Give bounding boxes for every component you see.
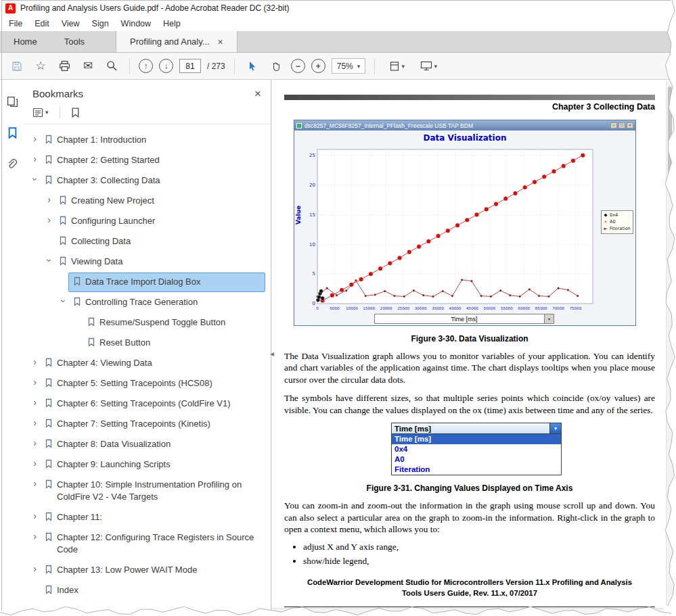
email-button[interactable]: ✉ (79, 57, 97, 76)
zoom-out-button[interactable]: − (291, 59, 305, 73)
panel-close-icon[interactable]: × (254, 88, 261, 99)
bookmark-item[interactable]: ›Viewing Data (26, 252, 265, 272)
bookmark-item[interactable]: ›Chapter 3: Collecting Data (26, 171, 265, 191)
bookmark-item[interactable]: ›Chapter 10: Simple Instrumentation Prof… (26, 475, 265, 507)
hand-tool-button[interactable] (267, 57, 285, 76)
bookmark-item[interactable]: ›Chapter 9: Launching Scripts (26, 455, 265, 475)
chevron-collapsed-icon[interactable]: › (44, 195, 54, 204)
read-mode-dropdown[interactable]: ▾ (415, 57, 441, 76)
previous-page-button[interactable]: ↑ (139, 59, 153, 73)
favorite-star-button[interactable]: ☆ (32, 57, 49, 76)
chevron-collapsed-icon[interactable]: › (30, 458, 40, 468)
chevron-collapsed-icon[interactable]: › (30, 564, 40, 573)
bookmark-label-wrap[interactable]: Chapter 4: Viewing Data (40, 354, 157, 373)
bookmark-label: Chapter 1: Introduction (57, 134, 146, 146)
bookmark-label-wrap[interactable]: Controlling Trace Generation (68, 293, 202, 312)
menu-window[interactable]: Window (115, 18, 157, 30)
bookmark-item[interactable]: ›Chapter 2: Getting Started (26, 151, 265, 170)
menu-edit[interactable]: Edit (28, 18, 55, 30)
zoom-level-dropdown[interactable]: 75% ▾ (332, 58, 366, 74)
next-page-button[interactable]: ↓ (159, 59, 173, 73)
bookmark-label-wrap[interactable]: Chapter 10: Simple Instrumentation Profi… (40, 475, 265, 507)
bookmark-item[interactable]: Data Trace Import Dialog Box (26, 273, 265, 292)
bookmark-label-wrap[interactable]: Chapter 8: Data Visualization (40, 435, 175, 454)
chevron-expanded-icon[interactable]: › (30, 174, 40, 185)
bookmark-item[interactable]: Index (26, 581, 265, 600)
bookmark-label-wrap[interactable]: Chapter 11: (40, 508, 107, 527)
tab-close-icon[interactable]: × (218, 37, 223, 47)
chevron-collapsed-icon[interactable]: › (30, 418, 40, 427)
bookmark-label: Chapter 12: Configuring Trace Registers … (57, 531, 261, 556)
page-number-input[interactable] (179, 59, 201, 73)
horizontal-scrollbar[interactable] (272, 608, 664, 615)
bookmark-label-wrap[interactable]: Resume/Suspend Toggle Button (83, 313, 230, 333)
chevron-collapsed-icon[interactable]: › (30, 438, 40, 448)
bookmark-item[interactable]: ›Chapter 8: Data Visualization (26, 435, 265, 454)
save-button[interactable] (8, 57, 26, 76)
bookmarks-panel-button[interactable] (5, 126, 19, 139)
bookmark-label-wrap[interactable]: Creating New Project (54, 191, 159, 211)
bookmark-label-wrap[interactable]: Chapter 6: Setting Tracepoints (ColdFire… (40, 394, 235, 414)
bookmark-label-selected[interactable]: Data Trace Import Dialog Box (68, 273, 265, 292)
bookmark-label-wrap[interactable]: Index (40, 581, 83, 600)
chevron-collapsed-icon[interactable]: › (30, 377, 40, 387)
bookmark-item[interactable]: ›Chapter 4: Viewing Data (26, 354, 265, 373)
chevron-collapsed-icon[interactable]: › (30, 479, 40, 488)
scrollbar-thumb[interactable] (668, 87, 672, 178)
panel-collapse-handle[interactable]: ◂ (268, 343, 276, 364)
chevron-expanded-icon[interactable]: › (59, 296, 68, 306)
chevron-collapsed-icon[interactable]: › (30, 154, 40, 164)
bookmark-item[interactable]: ›Chapter 13: Low Power WAIT Mode (26, 561, 265, 580)
tab-document[interactable]: Profiling and Analy... × (116, 31, 238, 52)
bookmark-item[interactable]: ›Controlling Trace Generation (26, 293, 265, 312)
bookmark-label-wrap[interactable]: Chapter 5: Setting Tracepoints (HCS08) (40, 374, 217, 394)
bookmark-label-wrap[interactable]: Chapter 3: Collecting Data (40, 171, 164, 191)
bookmark-label-wrap[interactable]: Chapter 13: Low Power WAIT Mode (40, 561, 202, 580)
bookmark-item[interactable]: Reset Button (26, 333, 265, 353)
bookmark-item[interactable]: ›Chapter 1: Introduction (26, 131, 265, 150)
bookmark-label-wrap[interactable]: Chapter 1: Introduction (40, 131, 151, 150)
bookmark-item[interactable]: ›Chapter 6: Setting Tracepoints (ColdFir… (26, 394, 265, 414)
expand-current-bookmark-button[interactable] (71, 108, 80, 118)
bookmark-item[interactable]: Resume/Suspend Toggle Button (26, 313, 265, 333)
bookmark-item[interactable]: ›Chapter 7: Setting Tracepoints (Kinetis… (26, 414, 265, 434)
bookmark-label-wrap[interactable]: Chapter 9: Launching Scripts (40, 455, 175, 475)
menu-view[interactable]: View (55, 18, 86, 30)
bookmark-label-wrap[interactable]: Chapter 2: Getting Started (40, 151, 164, 170)
menu-help[interactable]: Help (157, 18, 187, 30)
menu-sign[interactable]: Sign (86, 18, 115, 30)
bookmark-item[interactable]: ›Chapter 5: Setting Tracepoints (HCS08) (26, 374, 265, 394)
menu-file[interactable]: File (3, 18, 28, 30)
search-button[interactable] (103, 57, 120, 76)
bookmark-label-wrap[interactable]: Collecting Data (54, 232, 135, 252)
chevron-expanded-icon[interactable]: › (45, 256, 54, 266)
minimize-icon: – (610, 122, 617, 128)
bookmark-label-wrap[interactable]: Chapter 12: Configuring Trace Registers … (40, 528, 265, 560)
page-display-dropdown[interactable]: ▾ (384, 57, 409, 76)
bookmark-label-wrap[interactable]: Chapter 7: Setting Tracepoints (Kinetis) (40, 414, 215, 434)
bookmark-item[interactable]: ›Configuring Launcher (26, 212, 265, 231)
zoom-in-button[interactable]: + (311, 59, 325, 73)
bookmark-label-wrap[interactable]: Reset Button (83, 333, 155, 353)
bookmark-item[interactable]: Collecting Data (26, 232, 265, 252)
chevron-collapsed-icon[interactable]: › (44, 215, 54, 224)
bookmark-options-button[interactable]: ▾ (32, 108, 49, 118)
bookmark-item[interactable]: ›Chapter 12: Configuring Trace Registers… (26, 528, 265, 560)
bookmark-label-wrap[interactable]: Configuring Launcher (54, 212, 160, 231)
print-button[interactable] (55, 57, 73, 76)
bookmark-item[interactable]: ›Creating New Project (26, 191, 265, 211)
attachments-panel-button[interactable] (5, 157, 19, 170)
chevron-collapsed-icon[interactable]: › (30, 134, 40, 143)
vertical-scrollbar[interactable] (666, 81, 673, 605)
bookmark-item[interactable]: ›Chapter 11: (26, 508, 265, 527)
page-thumbnails-panel-button[interactable] (5, 95, 19, 108)
chevron-collapsed-icon[interactable]: › (30, 357, 40, 366)
bookmark-label-wrap[interactable]: Viewing Data (54, 252, 127, 272)
bookmark-label: Chapter 9: Launching Scripts (57, 458, 171, 471)
tab-home[interactable]: Home (0, 31, 51, 52)
chevron-collapsed-icon[interactable]: › (30, 511, 40, 521)
select-tool-button[interactable] (244, 57, 261, 76)
tab-tools[interactable]: Tools (51, 31, 98, 52)
chevron-collapsed-icon[interactable]: › (30, 531, 40, 541)
chevron-collapsed-icon[interactable]: › (30, 398, 40, 407)
